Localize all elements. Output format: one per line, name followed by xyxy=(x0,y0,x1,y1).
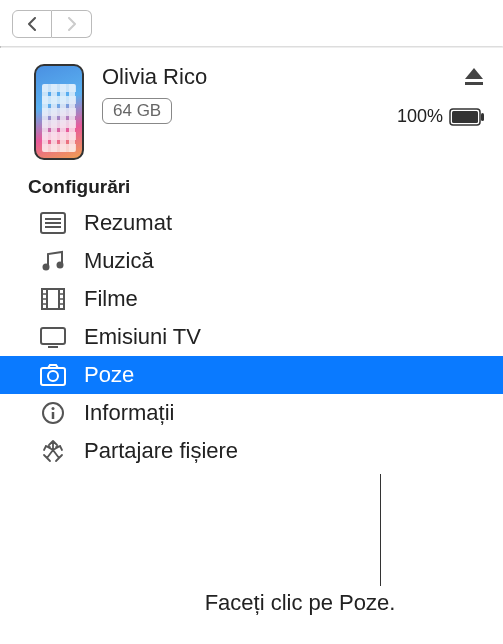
nav-back-button[interactable] xyxy=(12,10,52,38)
chevron-right-icon xyxy=(66,17,78,31)
eject-icon xyxy=(463,66,485,86)
sidebar-item-info[interactable]: Informații xyxy=(0,394,503,432)
sidebar-item-label: Rezumat xyxy=(84,210,172,236)
sidebar-item-music[interactable]: Muzică xyxy=(0,242,503,280)
eject-button[interactable] xyxy=(463,66,485,90)
sidebar-item-label: Filme xyxy=(84,286,138,312)
photos-icon xyxy=(38,362,68,388)
toolbar xyxy=(0,0,503,46)
tv-icon xyxy=(38,324,68,350)
chevron-left-icon xyxy=(26,17,38,31)
capacity-badge: 64 GB xyxy=(102,98,172,124)
sidebar-item-label: Emisiuni TV xyxy=(84,324,201,350)
battery-icon xyxy=(449,108,485,126)
sidebar-item-label: Muzică xyxy=(84,248,154,274)
film-icon xyxy=(38,286,68,312)
device-header: Olivia Rico 64 GB 100% xyxy=(0,48,503,170)
svg-point-8 xyxy=(43,264,50,271)
device-name: Olivia Rico xyxy=(102,64,379,90)
svg-rect-19 xyxy=(41,328,65,344)
svg-point-24 xyxy=(52,407,55,410)
svg-point-22 xyxy=(48,371,58,381)
svg-rect-2 xyxy=(452,111,478,123)
callout-line xyxy=(380,474,381,586)
music-icon xyxy=(38,248,68,274)
svg-rect-3 xyxy=(481,113,484,121)
apps-icon xyxy=(38,438,68,464)
sidebar-item-summary[interactable]: Rezumat xyxy=(0,204,503,242)
battery-status: 100% xyxy=(397,106,485,127)
sidebar-item-filesharing[interactable]: Partajare fișiere xyxy=(0,432,503,470)
svg-rect-0 xyxy=(465,82,483,85)
device-thumbnail xyxy=(34,64,84,160)
nav-forward-button[interactable] xyxy=(52,10,92,38)
info-icon xyxy=(38,400,68,426)
svg-point-9 xyxy=(57,262,64,269)
sidebar-item-photos[interactable]: Poze xyxy=(0,356,503,394)
sidebar-item-movies[interactable]: Filme xyxy=(0,280,503,318)
battery-percent: 100% xyxy=(397,106,443,127)
section-label: Configurări xyxy=(0,170,503,204)
sidebar-item-label: Poze xyxy=(84,362,134,388)
summary-icon xyxy=(38,210,68,236)
sidebar-list: Rezumat Muzică Filme Emisiuni TV Poze In… xyxy=(0,204,503,470)
sidebar-item-label: Informații xyxy=(84,400,174,426)
callout-text: Faceți clic pe Poze. xyxy=(110,590,490,616)
sidebar-item-label: Partajare fișiere xyxy=(84,438,238,464)
sidebar-item-tv[interactable]: Emisiuni TV xyxy=(0,318,503,356)
